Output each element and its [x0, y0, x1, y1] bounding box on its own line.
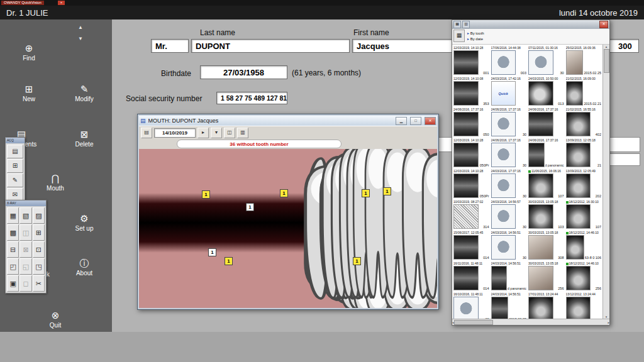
xray-thumbnail-cell[interactable]: 30/03/2015, 13:05:18 103 [528, 199, 565, 229]
tooth-status-tag[interactable]: 1 [362, 189, 370, 197]
acq-tool-button[interactable]: ▤ [7, 145, 23, 158]
scroll-up-icon[interactable]: ▲ [73, 25, 88, 30]
xray-thumbnail-cell[interactable]: 24/06/2016, 17:37:16 30 [491, 138, 528, 168]
xray-thumbnail-cell[interactable]: 24/06/2016, 17:37:16 050 [453, 107, 490, 137]
dental-chart[interactable]: 11111111 [139, 149, 437, 308]
xray-thumbnail-cell[interactable]: 12/03/2019, 14:10:28 001 [453, 45, 490, 75]
list-icon[interactable]: ▥ [237, 128, 248, 138]
last-name-field[interactable]: DUPONT [191, 39, 350, 53]
mouth-window-titlebar[interactable]: ▤ MOUTH: DUPONT Jacques ▁ □ ✕ [139, 116, 437, 126]
dropdown-icon[interactable]: ▾ [211, 128, 222, 138]
birthdate-field[interactable]: 27/03/1958 [200, 65, 287, 79]
close-icon[interactable]: ✕ [599, 21, 608, 28]
acq-tool-button[interactable]: ⊞ [7, 159, 23, 173]
tooth-status-tag[interactable]: 1 [225, 257, 233, 265]
tooth-status-tag[interactable]: 1 [280, 189, 288, 197]
xray-thumbnail-cell[interactable]: 24/03/2016, 17:37:16 30 [491, 168, 528, 199]
xray-thumbnail-cell[interactable]: 13/12/2012, 13:24:44 [565, 292, 602, 319]
tooth-status-tag[interactable]: 1 [202, 190, 210, 199]
xray-tool-button[interactable]: ▦ [7, 207, 19, 224]
xray-thumbnail-cell[interactable]: 16/11/2016, 11:48:11 014 [453, 261, 490, 291]
tooth-status-tag[interactable]: 1 [353, 257, 361, 265]
vertical-scrollbar[interactable]: ▴ ▾ [602, 45, 609, 319]
scrollbar-thumb[interactable] [454, 320, 493, 325]
tooth-status-tag[interactable]: 1 [246, 203, 254, 211]
xray-thumbnail-cell[interactable]: 21/02/2015, 16:09:00 2015.02.21 [565, 76, 602, 106]
xray-thumbnail-cell[interactable]: 24/06/2016, 17:37:16 30 [491, 107, 528, 137]
xray-thumbnail-cell[interactable]: 10/03/2019, 08:27:02 314 [453, 199, 490, 229]
xray-thumbnail-cell[interactable]: 18/12/2012, 14:46:10 256 [565, 261, 602, 291]
xray-thumbnail-cell[interactable]: 21/02/2015, 16:55:16 402 [565, 107, 602, 137]
xray-thumbnail-cell[interactable]: 15/06/2017, 12:05:45 014 [453, 230, 490, 260]
filter-by-date[interactable]: ▸ By date [467, 36, 484, 42]
sidebar-item[interactable]: ✎ Modify [63, 84, 106, 102]
xray-tool-button[interactable]: ⊞ [33, 224, 45, 241]
filter-by-tooth[interactable]: ▸ By tooth [467, 31, 484, 36]
sidebar-item[interactable]: ⋂ Mouth [34, 173, 77, 192]
acq-tool-button[interactable]: ✎ [7, 173, 23, 187]
grid-view-icon[interactable]: ▦ [453, 21, 461, 28]
xray-tool-button[interactable]: ◰ [7, 258, 19, 275]
scroll-right-icon[interactable]: ▸ [608, 321, 609, 324]
xray-tool-button[interactable]: ▣ [7, 275, 19, 292]
xray-tool-button[interactable]: ▩ [7, 224, 19, 241]
xray-thumbnail-cell[interactable]: 24/03/2014, 14:56:51 2015.02.25 [491, 292, 528, 319]
xray-tool-button[interactable]: ⊠ [19, 241, 31, 258]
xray-tool-button[interactable]: ◱ [19, 258, 31, 275]
xray-tool-button[interactable]: ⊡ [33, 241, 45, 258]
sidebar-item[interactable]: ⊗ Quit [34, 310, 77, 329]
scroll-up-icon[interactable]: ▴ [606, 45, 608, 48]
xray-thumbnail-cell[interactable]: 18/12/2012, 16:30:10 107 [565, 199, 602, 229]
xray-tool-button[interactable]: ◫ [19, 224, 31, 241]
xray-thumbnail-cell[interactable]: 24/03/2016, 14:56:57 30 [491, 199, 528, 229]
xray-thumbnail-cell[interactable]: 17/01/2013, 13:24:44 [528, 292, 565, 319]
view-icon[interactable]: ◫ [224, 128, 235, 138]
xray-thumbnail-cell[interactable]: 24/03/2014, 14:56:51 old panoramic [491, 261, 528, 291]
sidebar-item[interactable]: ⊞ New [8, 84, 50, 102]
maximize-button[interactable]: □ [410, 117, 421, 125]
xray-thumbnail-cell[interactable]: 12/03/2019, 14:10:28 050Pr [453, 168, 490, 199]
app-close-button[interactable]: × [58, 1, 65, 5]
xray-tool-button[interactable]: ▨ [33, 207, 45, 224]
xray-thumbnail-cell[interactable]: 13/09/2013, 12:05:18 21 [565, 138, 602, 168]
thumbnail-grid-icon[interactable]: ▦ [453, 30, 465, 42]
xray-thumbnail-cell[interactable]: 07/11/2015, 01:30:16 30 [528, 45, 565, 75]
xray-thumbnail-cell[interactable]: 24/03/2016, 14:56:51 30 [491, 230, 528, 260]
list-view-icon[interactable]: ▥ [462, 21, 470, 28]
chart-date-field[interactable]: 14/10/2019 [154, 128, 196, 138]
tooth-status-tag[interactable]: 1 [208, 248, 216, 256]
xray-thumbnail-cell[interactable]: 17/06/2016, 14:44:38 003 [491, 45, 528, 75]
ssn-field[interactable]: 1 58 27 75 489 127 81 [216, 92, 287, 104]
xray-thumbnail-cell[interactable]: 24/06/2016, 17:37:16 old panoramic [528, 138, 565, 168]
scrollbar-thumb[interactable] [604, 49, 609, 73]
sidebar-item[interactable]: ⊠ Delete [63, 129, 106, 148]
xray-thumbnail-cell[interactable]: 18/12/2012, 14:46:10 63-8 0 106 [565, 230, 602, 260]
xray-thumbnail-cell[interactable]: 11/06/2015, 16:06:16 107 [528, 168, 565, 199]
close-button[interactable]: ✕ [425, 117, 436, 125]
xray-thumbnail-cell[interactable]: 12/03/2019, 14:10:08 353 [453, 76, 490, 106]
xray-thumbnail-cell[interactable]: 24/06/2016, 17:37:16 [528, 107, 565, 137]
chart-page-icon[interactable]: ▤ [141, 128, 152, 138]
sidebar-item[interactable]: ⓘ About [63, 258, 106, 277]
horizontal-scrollbar[interactable]: ◂ ▸ [452, 319, 609, 325]
minimize-button[interactable]: ▁ [396, 117, 407, 125]
xray-thumbnail-cell[interactable]: 16/10/2016, 11:48:11 30 [453, 292, 490, 319]
sidebar-item[interactable]: ⊕ Find [8, 43, 50, 62]
next-icon[interactable]: ▸ [197, 128, 209, 138]
sidebar-item[interactable]: ⚙ Set up [63, 214, 106, 232]
xray-tool-button[interactable]: ✂ [33, 275, 45, 292]
xray-thumbnail-cell[interactable]: 25/02/2015, 16:09:36 2015.02.25 [565, 45, 602, 75]
xray-window-titlebar[interactable]: ▦ ▥ ✕ [452, 20, 609, 29]
xray-tool-button[interactable]: ⊟ [7, 241, 19, 258]
scroll-down-icon[interactable]: ▼ [73, 36, 88, 41]
xray-thumbnail-cell[interactable]: 24/03/2016, 17:42:16 Quick [491, 76, 528, 106]
xray-thumbnail-cell[interactable]: 12/03/2019, 14:10:28 050Pr [453, 138, 490, 168]
tooth-status-tag[interactable]: 1 [383, 187, 391, 195]
xray-tool-button[interactable]: ◳ [33, 258, 45, 275]
xray-tool-button[interactable]: ◻ [19, 275, 31, 292]
xray-tool-button[interactable]: ▧ [19, 207, 31, 224]
xray-thumbnail-cell[interactable]: 13/09/2013, 12:05:49 202 [565, 168, 602, 199]
xray-thumbnail-cell[interactable]: 30/03/2015, 13:05:18 308 [528, 230, 565, 260]
title-field[interactable]: Mr. [151, 39, 189, 53]
xray-thumbnail-cell[interactable]: 24/03/2015, 10:50:00 013 [528, 76, 565, 106]
